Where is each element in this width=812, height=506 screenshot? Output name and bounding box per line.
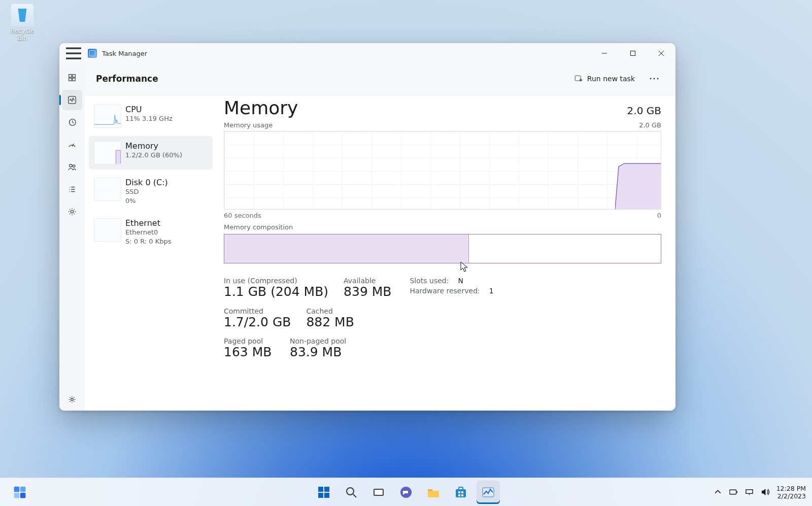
nav-services[interactable] bbox=[62, 201, 82, 222]
svg-point-8 bbox=[73, 165, 75, 167]
grid-icon bbox=[67, 73, 77, 82]
widgets-button[interactable] bbox=[8, 481, 31, 504]
run-new-task-button[interactable]: Run new task bbox=[568, 71, 641, 86]
disk-thumb-icon bbox=[94, 178, 121, 201]
chevron-up-icon[interactable] bbox=[714, 488, 722, 496]
svg-rect-17 bbox=[20, 486, 26, 492]
available-value: 839 MB bbox=[344, 285, 391, 299]
svg-rect-2 bbox=[73, 75, 75, 77]
slots-value: N bbox=[458, 277, 463, 285]
run-task-icon bbox=[574, 74, 583, 83]
hw-label: Hardware reserved: bbox=[410, 287, 480, 295]
nav-performance[interactable] bbox=[62, 90, 82, 110]
cached-label: Cached bbox=[306, 307, 354, 315]
svg-point-12 bbox=[650, 78, 652, 80]
memory-title: Memory bbox=[125, 141, 182, 151]
svg-rect-20 bbox=[318, 487, 323, 492]
minimize-button[interactable] bbox=[590, 43, 619, 63]
svg-rect-37 bbox=[746, 490, 753, 494]
svg-rect-5 bbox=[69, 96, 76, 104]
svg-rect-3 bbox=[69, 78, 72, 81]
memory-thumb-icon bbox=[94, 141, 121, 164]
gear-outline-icon bbox=[67, 207, 77, 216]
ethernet-title: Ethernet bbox=[125, 218, 172, 228]
svg-rect-19 bbox=[20, 492, 26, 498]
hw-value: 1 bbox=[489, 287, 494, 295]
clock[interactable]: 12:28 PM 2/2/2023 bbox=[776, 485, 806, 500]
volume-icon[interactable] bbox=[761, 488, 769, 496]
usage-max: 2.0 GB bbox=[639, 121, 661, 129]
list-icon bbox=[67, 185, 77, 194]
svg-rect-23 bbox=[324, 493, 329, 498]
recycle-bin[interactable]: Recycle Bin bbox=[6, 4, 39, 42]
axis-left: 60 seconds bbox=[224, 212, 261, 219]
disk-sub1: SSD bbox=[125, 187, 168, 196]
close-button[interactable] bbox=[647, 43, 675, 63]
svg-rect-26 bbox=[375, 490, 383, 495]
cpu-sub: 11% 3.19 GHz bbox=[125, 114, 173, 123]
task-manager-app-icon bbox=[88, 49, 97, 58]
network-icon[interactable] bbox=[745, 488, 754, 496]
hamburger-menu-button[interactable] bbox=[63, 43, 84, 63]
nav-processes[interactable] bbox=[62, 68, 82, 88]
nav-settings[interactable] bbox=[62, 389, 82, 410]
nonpaged-value: 83.9 MB bbox=[290, 345, 346, 359]
search-button[interactable] bbox=[340, 481, 363, 504]
svg-rect-16 bbox=[14, 486, 20, 492]
taskbar[interactable]: 12:28 PM 2/2/2023 bbox=[0, 478, 812, 506]
chat-icon bbox=[399, 485, 413, 499]
resource-item-cpu[interactable]: CPU 11% 3.19 GHz bbox=[89, 99, 213, 133]
svg-rect-29 bbox=[459, 487, 463, 490]
resource-item-ethernet[interactable]: Ethernet Ethernet0 S: 0 R: 0 Kbps bbox=[89, 213, 213, 251]
file-explorer-button[interactable] bbox=[422, 481, 445, 504]
memory-detail-pane: Memory 2.0 GB Memory usage 2.0 GB bbox=[217, 95, 675, 411]
svg-point-10 bbox=[71, 398, 74, 401]
microsoft-store-button[interactable] bbox=[449, 481, 472, 504]
maximize-button[interactable] bbox=[619, 43, 647, 63]
slots-label: Slots used: bbox=[410, 277, 449, 285]
nav-app-history[interactable] bbox=[62, 112, 82, 132]
resource-list: CPU 11% 3.19 GHz Memory 1.2/2.0 GB (60%) bbox=[85, 95, 217, 411]
composition-label: Memory composition bbox=[224, 223, 661, 231]
chat-button[interactable] bbox=[394, 481, 418, 504]
page-title: Performance bbox=[96, 74, 158, 84]
svg-marker-15 bbox=[615, 163, 661, 209]
svg-point-13 bbox=[654, 78, 655, 80]
window-title: Task Manager bbox=[102, 50, 147, 57]
svg-rect-36 bbox=[736, 491, 737, 493]
svg-point-7 bbox=[70, 164, 72, 167]
committed-value: 1.7/2.0 GB bbox=[224, 315, 291, 329]
gear-icon bbox=[67, 395, 77, 404]
svg-rect-35 bbox=[730, 490, 736, 494]
task-manager-icon bbox=[481, 485, 495, 499]
history-icon bbox=[67, 118, 77, 127]
nav-startup[interactable] bbox=[62, 134, 82, 155]
users-icon bbox=[67, 162, 77, 172]
svg-rect-22 bbox=[318, 493, 323, 498]
store-icon bbox=[454, 485, 468, 499]
svg-rect-4 bbox=[73, 78, 75, 81]
titlebar[interactable]: Task Manager bbox=[59, 43, 675, 63]
ethernet-sub1: Ethernet0 bbox=[125, 228, 172, 237]
cached-value: 882 MB bbox=[306, 315, 354, 329]
memory-usage-chart[interactable] bbox=[224, 131, 661, 210]
task-view-button[interactable] bbox=[367, 481, 390, 504]
svg-point-24 bbox=[347, 488, 354, 495]
nav-details[interactable] bbox=[62, 179, 82, 199]
paged-value: 163 MB bbox=[224, 345, 275, 359]
start-button[interactable] bbox=[312, 481, 335, 504]
battery-icon[interactable] bbox=[729, 488, 738, 496]
task-manager-taskbar-button[interactable] bbox=[477, 481, 500, 504]
resource-item-memory[interactable]: Memory 1.2/2.0 GB (60%) bbox=[89, 136, 213, 170]
pulse-icon bbox=[67, 95, 77, 105]
svg-rect-30 bbox=[458, 491, 460, 493]
more-options-button[interactable] bbox=[644, 71, 664, 87]
memory-composition-chart[interactable] bbox=[224, 234, 661, 263]
search-icon bbox=[344, 485, 358, 499]
disk-sub2: 0% bbox=[125, 196, 168, 206]
nav-users[interactable] bbox=[62, 157, 82, 177]
resource-item-disk[interactable]: Disk 0 (C:) SSD 0% bbox=[89, 173, 213, 210]
recycle-bin-icon bbox=[11, 4, 33, 26]
svg-rect-32 bbox=[458, 494, 460, 496]
svg-rect-21 bbox=[324, 487, 329, 492]
